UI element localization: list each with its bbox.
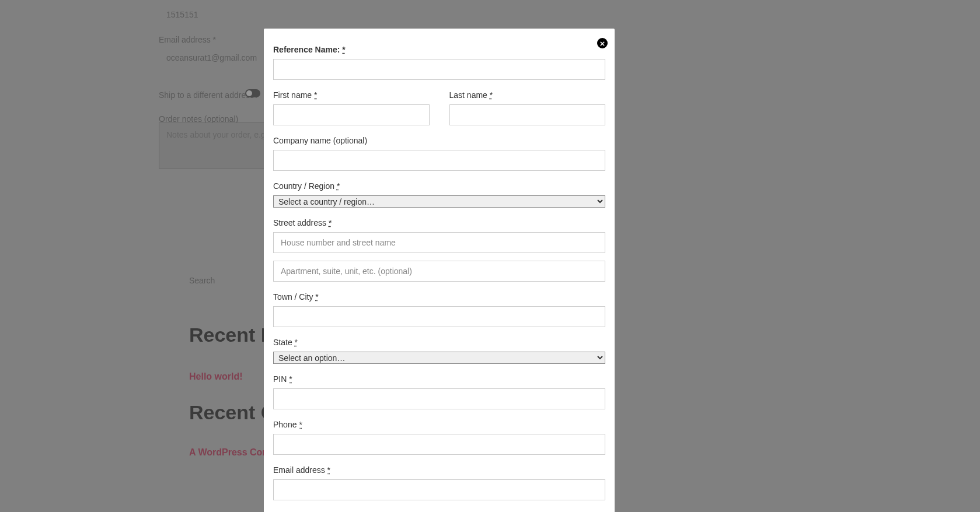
first-name-label: First name * <box>273 90 430 100</box>
hello-world-link[interactable]: Hello world! <box>189 371 243 382</box>
city-input[interactable] <box>273 306 605 327</box>
street-row: Street address * <box>273 218 605 282</box>
city-label: Town / City * <box>273 292 605 301</box>
street-address-1-input[interactable] <box>273 232 605 253</box>
reference-name-label: Reference Name: * <box>273 45 605 54</box>
country-select[interactable]: Select a country / region… <box>273 195 605 208</box>
close-icon <box>600 38 605 48</box>
bg-search-label: Search <box>189 276 215 285</box>
recent-comments-heading: Recent C <box>189 401 275 424</box>
country-row: Country / Region * Select a country / re… <box>273 181 605 208</box>
street-address-2-input[interactable] <box>273 261 605 282</box>
phone-label: Phone * <box>273 420 605 429</box>
address-modal: Reference Name: * First name * Last name… <box>264 29 615 512</box>
company-label: Company name (optional) <box>273 136 605 145</box>
phone-input[interactable] <box>273 434 605 455</box>
reference-name-input[interactable] <box>273 59 605 80</box>
email-input[interactable] <box>273 479 605 500</box>
first-name-input[interactable] <box>273 104 430 125</box>
wp-comment-link[interactable]: A WordPress Com <box>189 447 271 458</box>
email-row: Email address * <box>273 465 605 500</box>
pin-row: PIN * <box>273 374 605 409</box>
street-label: Street address * <box>273 218 605 227</box>
state-row: State * Select an option… <box>273 338 605 364</box>
bg-email-value: oceansurat1@gmail.com <box>166 53 257 62</box>
state-label: State * <box>273 338 605 347</box>
close-modal-button[interactable] <box>597 38 608 48</box>
state-select[interactable]: Select an option… <box>273 352 605 364</box>
recent-posts-heading: Recent P <box>189 324 274 346</box>
first-name-row: First name * <box>273 90 430 125</box>
bg-ship-label: Ship to a different address? <box>159 90 259 100</box>
pin-input[interactable] <box>273 388 605 409</box>
phone-row: Phone * <box>273 420 605 455</box>
email-label: Email address * <box>273 465 605 475</box>
last-name-row: Last name * <box>449 90 606 125</box>
last-name-label: Last name * <box>449 90 606 100</box>
last-name-input[interactable] <box>449 104 606 125</box>
company-row: Company name (optional) <box>273 136 605 171</box>
company-input[interactable] <box>273 150 605 171</box>
country-label: Country / Region * <box>273 181 605 191</box>
reference-name-row: Reference Name: * <box>273 45 605 80</box>
ship-different-toggle[interactable] <box>245 89 260 97</box>
city-row: Town / City * <box>273 292 605 327</box>
pin-label: PIN * <box>273 374 605 384</box>
bg-email-label: Email address * <box>159 35 216 44</box>
bg-phone-value: 1515151 <box>166 10 198 19</box>
